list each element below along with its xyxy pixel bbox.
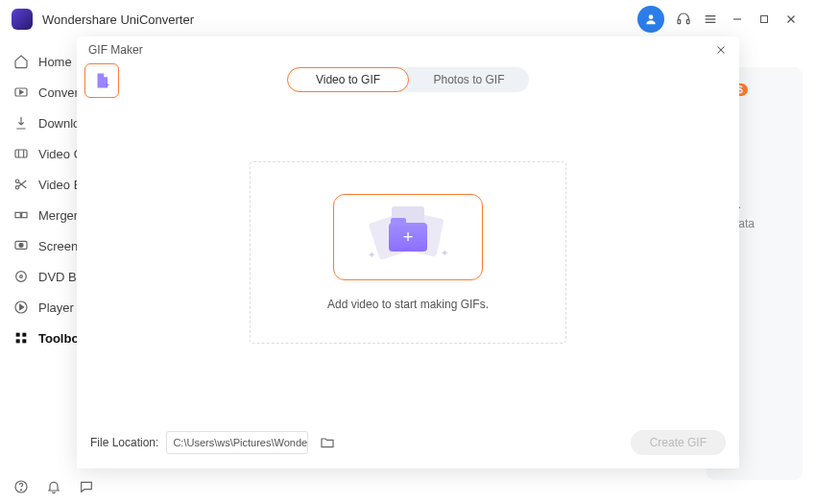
modal-close-button[interactable]: [714, 43, 728, 57]
app-title: Wondershare UniConverter: [42, 12, 194, 27]
tab-video-to-gif[interactable]: Video to GIF: [287, 67, 409, 92]
svg-rect-19: [15, 212, 20, 217]
file-location-value: C:\Users\ws\Pictures\Wonders: [173, 437, 308, 448]
svg-rect-20: [22, 212, 27, 217]
drop-zone-text: Add video to start making GIFs.: [327, 298, 489, 311]
headset-icon[interactable]: [670, 6, 697, 33]
download-icon: [13, 115, 29, 131]
sidebar-item-label: Merger: [38, 208, 78, 223]
record-icon: [13, 238, 29, 253]
sidebar-item-label: Player: [38, 300, 74, 315]
folder-icon: [320, 435, 335, 450]
mode-tabs: Video to GIF Photos to GIF: [287, 67, 529, 92]
home-icon: [13, 54, 29, 69]
svg-rect-30: [16, 339, 20, 343]
merge-icon: [13, 207, 29, 223]
tab-photos-to-gif[interactable]: Photos to GIF: [409, 67, 529, 92]
user-button[interactable]: [637, 6, 664, 33]
svg-point-33: [20, 490, 21, 491]
svg-text:+: +: [105, 82, 109, 90]
svg-marker-27: [20, 304, 24, 309]
scissors-icon: [13, 177, 29, 192]
svg-rect-31: [22, 339, 26, 343]
svg-rect-28: [16, 333, 20, 337]
modal-title: GIF Maker: [88, 43, 143, 57]
add-video-button[interactable]: + ✦✦: [333, 194, 483, 280]
maximize-button[interactable]: [751, 6, 778, 33]
file-location-select[interactable]: C:\Users\ws\Pictures\Wonders: [166, 431, 308, 454]
sidebar-item-label: Home: [38, 55, 72, 69]
drop-zone[interactable]: + ✦✦ Add video to start making GIFs.: [250, 161, 566, 344]
minimize-button[interactable]: [724, 6, 751, 33]
svg-rect-7: [761, 16, 768, 23]
grid-icon: [13, 330, 29, 346]
svg-point-25: [20, 276, 23, 278]
svg-marker-11: [20, 90, 23, 94]
converter-icon: [13, 84, 29, 100]
create-gif-button[interactable]: Create GIF: [631, 430, 726, 455]
browse-folder-button[interactable]: [316, 431, 339, 454]
file-plus-icon: +: [93, 72, 110, 89]
svg-point-23: [19, 243, 23, 247]
file-location-label: File Location:: [90, 436, 158, 449]
app-logo: [12, 9, 33, 30]
folder-plus-icon: + ✦✦: [370, 210, 446, 264]
compress-icon: [13, 146, 29, 161]
svg-rect-12: [15, 150, 27, 157]
svg-point-16: [15, 186, 18, 189]
svg-rect-29: [22, 333, 26, 337]
hamburger-menu-icon[interactable]: [697, 6, 724, 33]
close-button[interactable]: [778, 6, 804, 33]
add-file-thumbnail-button[interactable]: +: [84, 63, 119, 98]
gif-maker-modal: GIF Maker + Video to GIF Photos to GIF +…: [77, 36, 739, 468]
svg-rect-1: [678, 20, 681, 24]
svg-rect-2: [686, 20, 689, 24]
bell-icon[interactable]: [46, 479, 61, 494]
disc-icon: [13, 269, 29, 284]
play-icon: [13, 300, 29, 315]
svg-point-24: [16, 272, 27, 282]
help-icon[interactable]: [13, 479, 29, 494]
svg-point-0: [649, 14, 654, 19]
svg-point-15: [15, 180, 18, 182]
chat-icon[interactable]: [79, 479, 94, 494]
